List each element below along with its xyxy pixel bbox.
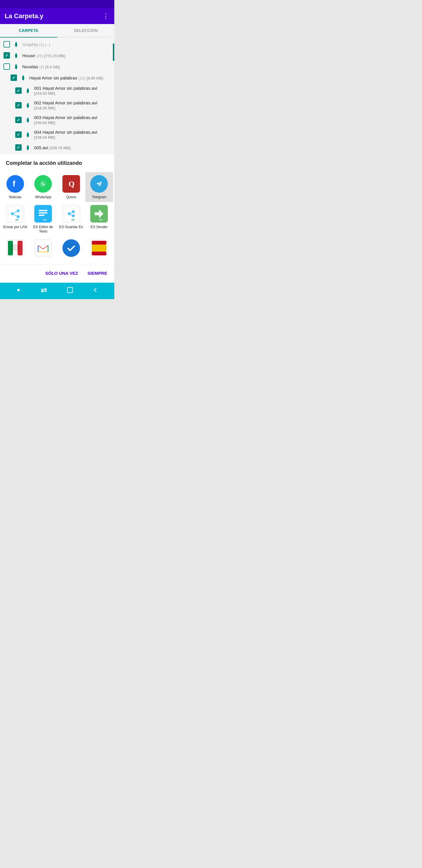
svg-rect-16 bbox=[64, 207, 78, 221]
checkbox-novelas[interactable] bbox=[3, 63, 10, 70]
whatsapp-label: WhatsApp bbox=[35, 195, 51, 199]
svg-rect-4 bbox=[8, 207, 23, 221]
list-item[interactable]: 005.avi [228.78 MB] bbox=[0, 142, 114, 153]
back-button[interactable] bbox=[90, 284, 101, 297]
svg-point-17 bbox=[72, 210, 75, 213]
tab-bar: CARPETA SELECCIÓN bbox=[0, 24, 114, 37]
list-item[interactable]: 001 Hayat Amor sin palabras.avi [234.53 … bbox=[0, 83, 114, 98]
app-item-enviar-lan[interactable]: ES Enviar por LAN bbox=[1, 202, 29, 236]
file-name-004: 004 Hayat Amor sin palabras.avi [238.04 … bbox=[34, 130, 111, 140]
list-item[interactable]: Novelas (2) [5.4 GB] bbox=[0, 61, 114, 72]
overview-button[interactable] bbox=[64, 284, 75, 297]
svg-rect-13 bbox=[39, 212, 47, 214]
enviar-lan-icon: ES bbox=[6, 205, 24, 223]
list-item[interactable]: House (25) [771.15 MB] bbox=[0, 50, 114, 61]
telegram-icon bbox=[90, 175, 108, 193]
app-item-telegram[interactable]: Telegram bbox=[85, 172, 113, 202]
folder-icon bbox=[20, 74, 26, 81]
sheet-actions: SÓLO UNA VEZ SIEMPRE bbox=[0, 265, 114, 283]
file-name-hayat: Hayat Amor sin palabras (13) [3.09 GB] bbox=[29, 75, 111, 80]
es-guardar-icon: ES bbox=[62, 205, 80, 223]
app-item-gmail[interactable] bbox=[29, 236, 58, 262]
once-button[interactable]: SÓLO UNA VEZ bbox=[44, 268, 79, 278]
app-title: La Carpeta.y bbox=[5, 12, 43, 20]
status-bar bbox=[0, 0, 114, 8]
app-item-es-editor[interactable]: ES ES Editor de Texto bbox=[29, 202, 58, 236]
tab-seleccion[interactable]: SELECCIÓN bbox=[57, 24, 114, 37]
svg-text:f: f bbox=[12, 179, 15, 188]
app-item-es-guardar[interactable]: ES ES Guardar En bbox=[57, 202, 85, 236]
app-header: La Carpeta.y ⋮ bbox=[0, 8, 114, 24]
bottom-sheet: Completar la acción utilizando f Noticia… bbox=[0, 154, 114, 283]
checkbox-hayat002[interactable] bbox=[15, 102, 22, 108]
file-list: Graphiq (1) [...] House (25) [771.15 MB]… bbox=[0, 37, 114, 154]
app-item-noticias[interactable]: f Noticias bbox=[1, 172, 29, 202]
folder-icon bbox=[13, 52, 19, 59]
es-editor-label: ES Editor de Texto bbox=[30, 225, 56, 234]
noticias-label: Noticias bbox=[9, 195, 22, 199]
svg-point-36 bbox=[17, 289, 20, 291]
es-guardar-label: ES Guardar En bbox=[59, 225, 83, 229]
whatsapp-icon bbox=[34, 175, 52, 193]
svg-rect-12 bbox=[39, 210, 47, 211]
recent-apps-button[interactable] bbox=[38, 285, 50, 297]
checkbox-hayat005[interactable] bbox=[15, 144, 22, 151]
file-icon bbox=[25, 131, 31, 138]
app-item-whatsapp[interactable]: WhatsApp bbox=[29, 172, 58, 202]
checkbox-hayat001[interactable] bbox=[15, 87, 22, 94]
more-menu-icon[interactable]: ⋮ bbox=[103, 12, 109, 20]
svg-text:ES: ES bbox=[71, 218, 75, 221]
es-sender-icon: ES bbox=[90, 205, 108, 223]
file-name-novelas: Novelas (2) [5.4 GB] bbox=[22, 64, 111, 69]
app-item-tasks[interactable] bbox=[57, 236, 85, 262]
home-button[interactable] bbox=[13, 285, 24, 297]
folder-icon bbox=[13, 63, 19, 70]
svg-text:ES: ES bbox=[43, 218, 46, 221]
tab-carpeta[interactable]: CARPETA bbox=[0, 24, 57, 37]
gmail-icon bbox=[34, 239, 52, 257]
telegram-label: Telegram bbox=[92, 195, 106, 199]
svg-rect-11 bbox=[36, 207, 51, 221]
list-item[interactable]: Hayat Amor sin palabras (13) [3.09 GB] bbox=[0, 72, 114, 83]
file-name-graphiq: Graphiq (1) [...] bbox=[22, 42, 111, 47]
file-icon bbox=[25, 102, 31, 108]
app-item-spanish[interactable] bbox=[85, 236, 113, 262]
es-sender-label: ES Sender bbox=[91, 225, 107, 229]
quora-icon: Q bbox=[62, 175, 80, 193]
spanish-icon bbox=[90, 239, 108, 257]
app-item-italian[interactable] bbox=[1, 236, 29, 262]
file-name-001: 001 Hayat Amor sin palabras.avi [234.53 … bbox=[34, 86, 111, 96]
nav-bar bbox=[0, 283, 114, 299]
checkbox-hayat003[interactable] bbox=[15, 117, 22, 123]
list-item[interactable]: 004 Hayat Amor sin palabras.avi [238.04 … bbox=[0, 127, 114, 142]
file-name-003: 003 Hayat Amor sin palabras.avi [230.64 … bbox=[34, 115, 111, 125]
file-icon bbox=[25, 117, 31, 123]
svg-rect-14 bbox=[39, 215, 44, 216]
enviar-lan-label: Enviar por LAN bbox=[3, 225, 27, 229]
checkbox-graphiq[interactable] bbox=[3, 41, 10, 48]
tasks-icon bbox=[62, 239, 80, 257]
svg-text:ES: ES bbox=[15, 218, 19, 221]
file-icon bbox=[25, 144, 31, 151]
sheet-title: Completar la acción utilizando bbox=[0, 154, 114, 170]
svg-rect-29 bbox=[11, 244, 20, 251]
italian-icon bbox=[6, 239, 24, 257]
svg-rect-35 bbox=[92, 252, 106, 255]
checkbox-hayat[interactable] bbox=[10, 74, 17, 81]
list-item[interactable]: 002 Hayat Amor sin palabras.avi [218.35 … bbox=[0, 98, 114, 113]
noticias-icon: f bbox=[6, 175, 24, 193]
checkbox-hayat004[interactable] bbox=[15, 131, 22, 138]
file-name-002: 002 Hayat Amor sin palabras.avi [218.35 … bbox=[34, 100, 111, 110]
always-button[interactable]: SIEMPRE bbox=[86, 268, 108, 278]
app-item-es-sender[interactable]: ES ES Sender bbox=[85, 202, 113, 236]
file-name-house: House (25) [771.15 MB] bbox=[22, 53, 111, 58]
app-item-quora[interactable]: Q Quora bbox=[57, 172, 85, 202]
checkbox-house[interactable] bbox=[3, 52, 10, 59]
list-item[interactable]: Graphiq (1) [...] bbox=[0, 39, 114, 50]
svg-point-18 bbox=[72, 214, 75, 217]
svg-point-31 bbox=[64, 241, 78, 255]
list-item[interactable]: 003 Hayat Amor sin palabras.avi [230.64 … bbox=[0, 113, 114, 127]
svg-rect-34 bbox=[92, 245, 106, 252]
file-icon bbox=[25, 87, 31, 94]
file-name-005: 005.avi [228.78 MB] bbox=[34, 145, 111, 150]
